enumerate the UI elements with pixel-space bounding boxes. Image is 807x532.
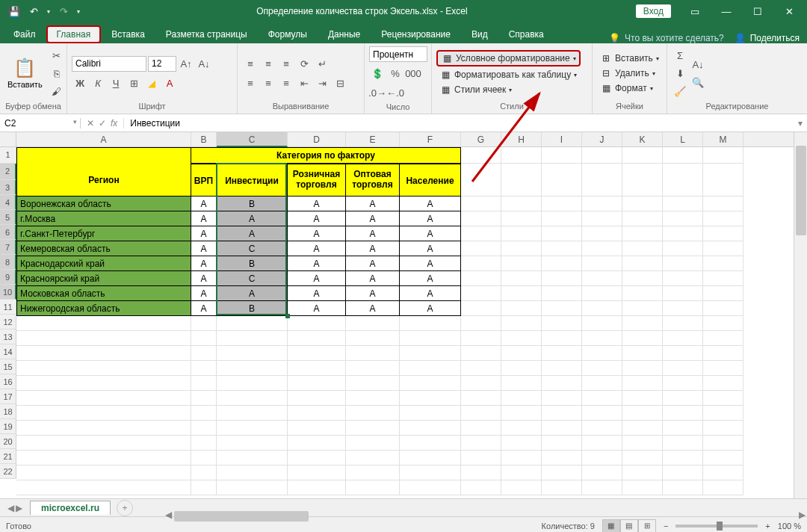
cell[interactable] bbox=[622, 331, 663, 346]
cell[interactable]: A bbox=[400, 226, 461, 241]
cell[interactable]: Инвестиции bbox=[217, 164, 288, 197]
cell[interactable] bbox=[288, 346, 346, 361]
row-header-8[interactable]: 8 bbox=[0, 255, 16, 270]
cell[interactable] bbox=[16, 480, 191, 495]
cell[interactable] bbox=[703, 331, 743, 346]
cell[interactable] bbox=[663, 211, 703, 226]
cell[interactable] bbox=[501, 376, 542, 391]
cell[interactable]: A bbox=[288, 211, 346, 226]
cell[interactable]: A bbox=[288, 241, 346, 256]
cell[interactable]: A bbox=[191, 301, 217, 316]
cell[interactable]: A bbox=[288, 197, 346, 211]
cell[interactable] bbox=[542, 316, 582, 331]
cut-icon[interactable]: ✂ bbox=[49, 47, 65, 64]
tab-home[interactable]: Главная bbox=[46, 25, 102, 43]
cell-styles-button[interactable]: ▦ Стили ячеек ▾ bbox=[436, 83, 515, 96]
font-name-select[interactable] bbox=[72, 56, 146, 72]
cell[interactable] bbox=[288, 451, 346, 466]
cell[interactable] bbox=[582, 316, 622, 331]
cell[interactable]: A bbox=[191, 211, 217, 226]
cell[interactable] bbox=[663, 406, 703, 421]
cell[interactable] bbox=[501, 480, 542, 495]
cell[interactable] bbox=[703, 436, 743, 451]
cell[interactable] bbox=[663, 480, 703, 495]
cell[interactable] bbox=[501, 316, 542, 331]
cell[interactable] bbox=[622, 316, 663, 331]
cell[interactable] bbox=[288, 421, 346, 436]
cell[interactable] bbox=[663, 451, 703, 466]
cell[interactable] bbox=[461, 480, 501, 495]
cell[interactable] bbox=[582, 406, 622, 421]
cell[interactable] bbox=[542, 361, 582, 376]
cell[interactable] bbox=[622, 256, 663, 271]
cell[interactable] bbox=[400, 480, 461, 495]
clear-icon[interactable]: 🧹 bbox=[672, 83, 688, 99]
col-header-J[interactable]: J bbox=[582, 132, 622, 146]
cell[interactable] bbox=[16, 391, 191, 406]
selection-fill-handle[interactable] bbox=[285, 314, 290, 318]
cell[interactable]: A bbox=[288, 271, 346, 286]
row-header-14[interactable]: 14 bbox=[0, 344, 16, 359]
cell[interactable] bbox=[542, 256, 582, 271]
cell[interactable] bbox=[582, 147, 622, 164]
cell[interactable]: A bbox=[346, 256, 400, 271]
cell[interactable] bbox=[400, 436, 461, 451]
col-header-B[interactable]: B bbox=[191, 132, 217, 146]
cell[interactable] bbox=[461, 421, 501, 436]
cell[interactable] bbox=[703, 271, 743, 286]
cell[interactable] bbox=[501, 361, 542, 376]
cell[interactable] bbox=[501, 241, 542, 256]
cell[interactable] bbox=[461, 406, 501, 421]
cell[interactable] bbox=[461, 466, 501, 480]
cell[interactable] bbox=[542, 271, 582, 286]
cell[interactable] bbox=[663, 164, 703, 197]
font-color-icon[interactable]: A bbox=[161, 75, 178, 91]
col-header-M[interactable]: M bbox=[703, 132, 743, 146]
cell[interactable] bbox=[542, 286, 582, 301]
row-header-22[interactable]: 22 bbox=[0, 464, 16, 479]
cell[interactable] bbox=[703, 391, 743, 406]
normal-view-icon[interactable]: ▦ bbox=[602, 519, 620, 533]
cell[interactable] bbox=[542, 211, 582, 226]
autosum-icon[interactable]: Σ bbox=[672, 47, 688, 64]
cell[interactable] bbox=[461, 256, 501, 271]
cell[interactable]: Нижегородская область bbox=[16, 301, 191, 316]
cell[interactable] bbox=[16, 316, 191, 331]
cell[interactable] bbox=[622, 451, 663, 466]
align-center-icon[interactable]: ≡ bbox=[260, 75, 276, 91]
cell[interactable] bbox=[400, 316, 461, 331]
cell[interactable] bbox=[346, 406, 400, 421]
cell[interactable] bbox=[582, 391, 622, 406]
minimize-icon[interactable]: — bbox=[711, 0, 741, 22]
cell[interactable] bbox=[400, 391, 461, 406]
increase-decimal-icon[interactable]: .0→ bbox=[369, 84, 386, 101]
cell[interactable]: г.Москва bbox=[16, 211, 191, 226]
cell[interactable] bbox=[501, 466, 542, 480]
col-header-K[interactable]: K bbox=[622, 132, 663, 146]
cell[interactable] bbox=[703, 361, 743, 376]
cell[interactable] bbox=[191, 480, 217, 495]
cell[interactable] bbox=[622, 406, 663, 421]
maximize-icon[interactable]: ☐ bbox=[743, 0, 773, 22]
zoom-level[interactable]: 100 % bbox=[778, 522, 801, 531]
cell[interactable]: A bbox=[191, 197, 217, 211]
cell[interactable] bbox=[663, 286, 703, 301]
cell[interactable] bbox=[542, 346, 582, 361]
cell[interactable] bbox=[191, 406, 217, 421]
cell[interactable] bbox=[622, 346, 663, 361]
cell[interactable] bbox=[191, 391, 217, 406]
cell[interactable]: A bbox=[217, 286, 288, 301]
cell[interactable] bbox=[501, 286, 542, 301]
cell[interactable] bbox=[461, 436, 501, 451]
cell[interactable]: B bbox=[217, 256, 288, 271]
cell[interactable]: Оптовая торговля bbox=[346, 164, 400, 197]
cell[interactable]: A bbox=[191, 241, 217, 256]
fill-icon[interactable]: ⬇ bbox=[672, 65, 688, 81]
cell[interactable] bbox=[663, 361, 703, 376]
cell[interactable] bbox=[16, 421, 191, 436]
cell[interactable] bbox=[622, 480, 663, 495]
name-box[interactable]: C2 bbox=[0, 118, 81, 129]
cell[interactable] bbox=[582, 346, 622, 361]
cell[interactable] bbox=[622, 436, 663, 451]
cell[interactable] bbox=[346, 316, 400, 331]
